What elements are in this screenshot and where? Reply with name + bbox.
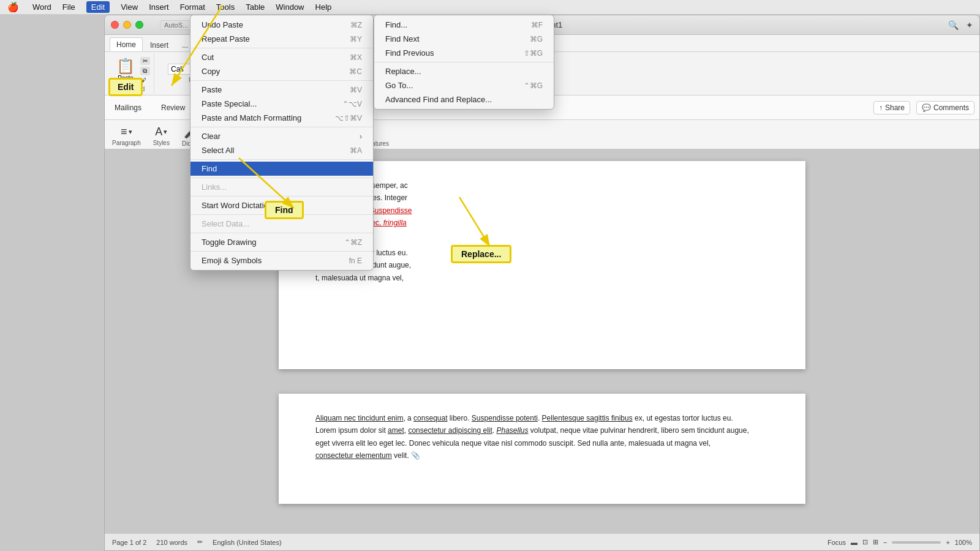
- edit-menu-dropdown[interactable]: Undo Paste ⌘Z Repeat Paste ⌘Y Cut ⌘X Cop…: [190, 15, 374, 271]
- repeat-paste-label: Repeat Paste: [202, 34, 250, 43]
- divider-2: [190, 80, 373, 81]
- menu-undo-paste[interactable]: Undo Paste ⌘Z: [190, 18, 373, 32]
- cut-label: Cut: [202, 53, 214, 62]
- maximize-button[interactable]: [135, 21, 143, 29]
- format-painter-icon[interactable]: 🖌: [140, 77, 150, 84]
- menu-go-to[interactable]: Go To... ⌃⌘G: [374, 78, 554, 92]
- menu-file[interactable]: File: [62, 2, 75, 12]
- menu-toggle-drawing[interactable]: Toggle Drawing ⌃⌘Z: [190, 235, 373, 249]
- share-icon[interactable]: ✦: [966, 20, 973, 30]
- paragraph-label: Paragraph: [112, 140, 141, 146]
- focus-button[interactable]: Focus: [827, 539, 846, 546]
- sub-ribbon-right: ↑ Share 💬 Comments: [873, 101, 974, 114]
- find-arrow-icon: ›: [360, 165, 362, 173]
- search-icon[interactable]: 🔍: [948, 20, 959, 30]
- menu-format[interactable]: Format: [180, 2, 205, 12]
- share-icon: ↑: [879, 103, 883, 112]
- find-next-shortcut: ⌘G: [530, 35, 543, 43]
- menu-links[interactable]: Links...: [190, 180, 373, 194]
- menu-repeat-paste[interactable]: Repeat Paste ⌘Y: [190, 32, 373, 46]
- copy-label: Copy: [202, 67, 220, 76]
- paragraph-tool[interactable]: ≡ ▾ Paragraph: [112, 126, 141, 146]
- find-ellipsis-shortcut: ⌘F: [531, 21, 543, 29]
- status-right: Focus ▬ ⊡ ⊞ − + 100%: [827, 538, 972, 546]
- find-submenu-dropdown[interactable]: Find... ⌘F Find Next ⌘G Find Previous ⇧⌘…: [374, 15, 554, 110]
- menu-tools[interactable]: Tools: [216, 2, 235, 12]
- styles-icon: A: [155, 126, 162, 138]
- copy-icon[interactable]: ⧉: [140, 67, 150, 75]
- minimize-button[interactable]: [123, 21, 131, 29]
- divider-3: [190, 127, 373, 127]
- menu-copy[interactable]: Copy ⌘C: [190, 64, 373, 78]
- paste-special-label: Paste Special...: [202, 99, 257, 108]
- page-1-text: nd nunc et turpis semper, ac utpat ipsum…: [315, 179, 769, 284]
- tab-mailings[interactable]: Mailings: [110, 102, 146, 114]
- view-web-icon[interactable]: ⊞: [873, 538, 878, 546]
- find-previous-label: Find Previous: [385, 48, 434, 58]
- menu-edit[interactable]: Edit: [86, 1, 110, 13]
- zoom-out-icon[interactable]: −: [883, 539, 887, 546]
- paste-button[interactable]: 📋 Paste: [113, 56, 138, 83]
- menu-find-ellipsis[interactable]: Find... ⌘F: [374, 18, 554, 32]
- menu-cut[interactable]: Cut ⌘X: [190, 50, 373, 64]
- styles-label: Styles: [153, 140, 170, 146]
- divider-5: [190, 178, 373, 178]
- tab-insert[interactable]: Insert: [144, 39, 175, 51]
- menu-advanced-find[interactable]: Advanced Find and Replace...: [374, 92, 554, 107]
- find-previous-shortcut: ⇧⌘G: [524, 49, 543, 58]
- find-label: Find: [202, 164, 217, 173]
- menu-word[interactable]: Word: [32, 2, 51, 12]
- menu-emoji-symbols[interactable]: Emoji & Symbols fn E: [190, 253, 373, 268]
- paste-special-shortcut: ⌃⌥V: [342, 100, 362, 108]
- apple-logo-icon[interactable]: 🍎: [7, 2, 19, 13]
- menu-find[interactable]: Find ›: [190, 162, 373, 176]
- menu-table[interactable]: Table: [246, 2, 265, 12]
- paste-label: Paste: [118, 75, 134, 81]
- find-next-label: Find Next: [385, 34, 420, 43]
- menu-insert[interactable]: Insert: [149, 2, 169, 12]
- menu-clear[interactable]: Clear ›: [190, 129, 373, 143]
- paragraph-dropdown[interactable]: ≡ ▾: [121, 126, 132, 138]
- title-bar-icons: 🔍 ✦: [948, 20, 973, 30]
- select-data-label: Select Data...: [202, 219, 249, 228]
- menu-select-all[interactable]: Select All ⌘A: [190, 143, 373, 157]
- undo-paste-label: Undo Paste: [202, 20, 243, 29]
- share-button[interactable]: ↑ Share: [873, 101, 910, 114]
- menu-paste-special[interactable]: Paste Special... ⌃⌥V: [190, 97, 373, 111]
- menu-find-previous[interactable]: Find Previous ⇧⌘G: [374, 46, 554, 60]
- menu-help[interactable]: Help: [315, 2, 332, 12]
- menu-paste[interactable]: Paste ⌘V: [190, 83, 373, 97]
- close-button[interactable]: [111, 21, 119, 29]
- comments-icon: 💬: [922, 103, 931, 112]
- find-ellipsis-label: Find...: [385, 20, 407, 29]
- select-all-label: Select All: [202, 146, 234, 155]
- menu-select-data[interactable]: Select Data...: [190, 217, 373, 231]
- styles-dropdown[interactable]: A ▾: [155, 126, 167, 138]
- menu-view[interactable]: View: [121, 2, 138, 12]
- zoom-slider[interactable]: [892, 541, 941, 544]
- zoom-in-icon[interactable]: +: [946, 539, 949, 546]
- start-dictation-label: Start Word Dictation: [202, 201, 273, 210]
- menu-find-next[interactable]: Find Next ⌘G: [374, 32, 554, 46]
- view-normal-icon[interactable]: ▬: [851, 539, 858, 546]
- menu-window[interactable]: Window: [276, 2, 304, 12]
- comments-label: Comments: [933, 103, 969, 112]
- menu-paste-match[interactable]: Paste and Match Formatting ⌥⇧⌘V: [190, 111, 373, 125]
- language: English (United States): [213, 539, 282, 546]
- divider-7: [190, 214, 373, 215]
- tab-review[interactable]: Review: [156, 102, 190, 114]
- divider-1: [190, 48, 373, 48]
- emoji-symbols-shortcut: fn E: [349, 257, 362, 265]
- word-count: 210 words: [156, 539, 187, 546]
- scissors-icon[interactable]: ✂: [140, 57, 150, 65]
- go-to-shortcut: ⌃⌘G: [524, 81, 543, 90]
- autosave-badge: AutoS...: [160, 20, 192, 30]
- view-outline-icon[interactable]: ⊡: [862, 538, 868, 546]
- tab-home[interactable]: Home: [110, 37, 143, 51]
- menu-start-dictation[interactable]: Start Word Dictation: [190, 198, 373, 212]
- menu-replace[interactable]: Replace...: [374, 64, 554, 78]
- styles-dropdown-arrow: ▾: [164, 128, 167, 136]
- comments-button[interactable]: 💬 Comments: [916, 101, 974, 114]
- divider-6: [190, 196, 373, 197]
- styles-tool[interactable]: A ▾ Styles: [153, 126, 170, 146]
